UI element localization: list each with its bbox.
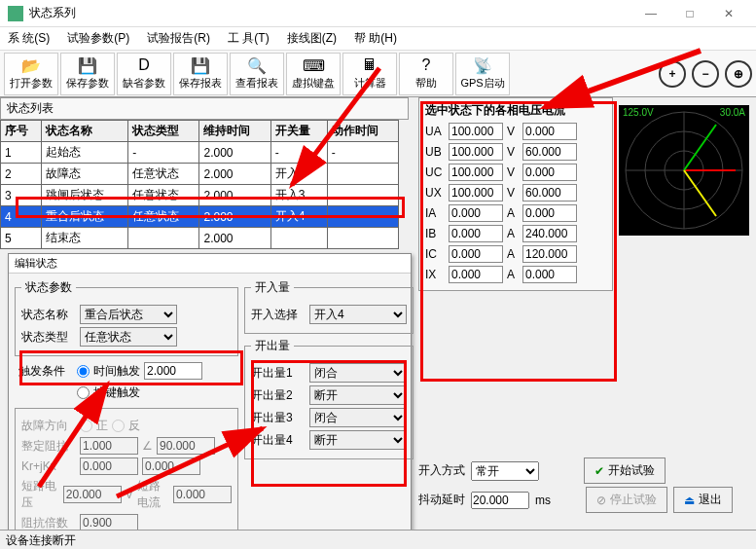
table-row[interactable]: 2故障态任意状态2.000开入2 [1,164,399,185]
state-table-title: 状态列表 [0,97,409,120]
vi-ang-input[interactable] [522,164,577,181]
table-row[interactable]: 4重合后状态任意状态2.000开入4 [1,206,399,228]
toolbar-btn-5[interactable]: ⌨虚拟键盘 [286,53,341,95]
window-title: 状态系列 [29,5,631,21]
menu-params[interactable]: 试验参数(P) [67,30,129,47]
table-row[interactable]: 5结束态2.000 [1,228,399,249]
out-switch-fieldset: 开出量 开出量1闭合开出量2断开开出量3闭合开出量4断开 [244,338,414,459]
phasor-label-v: 125.0V [623,107,654,118]
table-row[interactable]: 3跳闸后状态任意状态2.000开入3 [1,185,399,206]
out-switch-select[interactable]: 闭合 [309,363,407,383]
vi-title: 选中状态下的各相电压电流 [425,102,606,119]
menubar: 系 统(S) 试验参数(P) 试验报告(R) 工 具(T) 接线图(Z) 帮 助… [0,27,756,51]
vi-row: IBA [425,225,606,242]
in-mode-select[interactable]: 常开 [471,461,539,481]
trigger-time-input[interactable] [144,362,202,380]
edit-state-dialog: 编辑状态 状态参数 状态名称 重合后状态 状态类型 任意状态 触发条件 时间触发… [8,253,412,549]
vi-mag-input[interactable] [449,143,503,161]
toolbar-btn-3[interactable]: 💾保存报表 [173,53,228,95]
stop-test-button[interactable]: ⊘停止试验 [586,487,667,513]
start-test-button[interactable]: ✔开始试验 [584,458,666,484]
toolbar-btn-1[interactable]: 💾保存参数 [60,53,115,95]
app-icon [8,6,23,21]
vi-panel: 选中状态下的各相电压电流 UAVUBVUCVUXVIAAIBAICAIXA [418,97,613,291]
zoom-out-button[interactable]: − [692,60,719,88]
vi-mag-input[interactable] [449,225,503,242]
close-button[interactable]: ✕ [709,7,748,20]
menu-help[interactable]: 帮 助(H) [354,30,397,47]
in-switch-select[interactable]: 开入4 [309,305,407,324]
in-switch-fieldset: 开入量 开入选择 开入4 [244,279,414,334]
vi-ang-input[interactable] [522,184,577,201]
vi-mag-input[interactable] [449,123,503,140]
vi-mag-input[interactable] [449,164,503,181]
toolbar-btn-2[interactable]: D缺省参数 [117,53,171,95]
dialog-title: 编辑状态 [9,254,411,274]
state-params-fieldset: 状态参数 状态名称 重合后状态 状态类型 任意状态 [15,279,238,356]
vi-ang-input[interactable] [522,245,577,263]
titlebar: 状态系列 — □ ✕ [0,0,756,27]
fault-fieldset: 故障方向 正 反 整定阻抗 ∠ Kr+jKx 短路电压 V 短路电流 阻抗倍数 [15,408,238,541]
menu-tools[interactable]: 工 具(T) [228,30,270,47]
vi-mag-input[interactable] [449,266,503,283]
vi-ang-input[interactable] [522,143,577,161]
menu-wiring[interactable]: 接线图(Z) [287,30,337,47]
state-type-select[interactable]: 任意状态 [80,327,177,347]
vi-row: UBV [425,143,606,161]
exit-button[interactable]: ⏏退出 [673,487,733,513]
phasor-label-a: 30.0A [720,107,745,118]
vi-mag-input[interactable] [449,204,503,222]
toolbar-btn-8[interactable]: 📡GPS启动 [455,53,510,95]
vi-row: IXA [425,266,606,283]
vi-row: UXV [425,184,606,201]
state-name-select[interactable]: 重合后状态 [80,305,177,324]
vi-ang-input[interactable] [522,266,577,283]
vi-ang-input[interactable] [522,204,577,222]
toolbar-btn-4[interactable]: 🔍查看报表 [230,53,284,95]
vi-mag-input[interactable] [449,184,503,201]
delay-input[interactable] [471,492,529,509]
key-trigger-radio[interactable] [77,386,90,399]
toolbar-btn-0[interactable]: 📂打开参数 [4,53,58,95]
statusbar: 设备连接断开 [0,530,756,549]
menu-report[interactable]: 试验报告(R) [147,30,210,47]
toolbar-btn-6[interactable]: 🖩计算器 [342,53,397,95]
vi-row: UAV [425,123,606,140]
zoom-fit-button[interactable]: ⊕ [725,60,752,88]
menu-system[interactable]: 系 统(S) [8,30,50,47]
out-switch-select[interactable]: 闭合 [309,408,407,427]
vi-ang-input[interactable] [522,123,577,140]
vi-row: IAA [425,204,606,222]
vi-mag-input[interactable] [449,245,503,263]
vi-row: UCV [425,164,606,181]
vi-ang-input[interactable] [522,225,577,242]
time-trigger-radio[interactable] [77,365,90,378]
table-row[interactable]: 1起始态-2.000-- [1,142,399,164]
maximize-button[interactable]: □ [670,7,709,20]
vi-row: ICA [425,245,606,263]
zoom-in-button[interactable]: + [659,60,686,88]
minimize-button[interactable]: — [631,7,670,20]
out-switch-select[interactable]: 断开 [309,385,407,405]
phasor-diagram: 125.0V 30.0A [619,105,749,236]
toolbar-btn-7[interactable]: ?帮助 [399,53,453,95]
state-table[interactable]: 序号状态名称状态类型维持时间开关量动作时间 1起始态-2.000--2故障态任意… [0,120,399,249]
out-switch-select[interactable]: 断开 [309,430,407,450]
toolbar: 📂打开参数💾保存参数D缺省参数💾保存报表🔍查看报表⌨虚拟键盘🖩计算器?帮助📡GP… [0,51,756,97]
